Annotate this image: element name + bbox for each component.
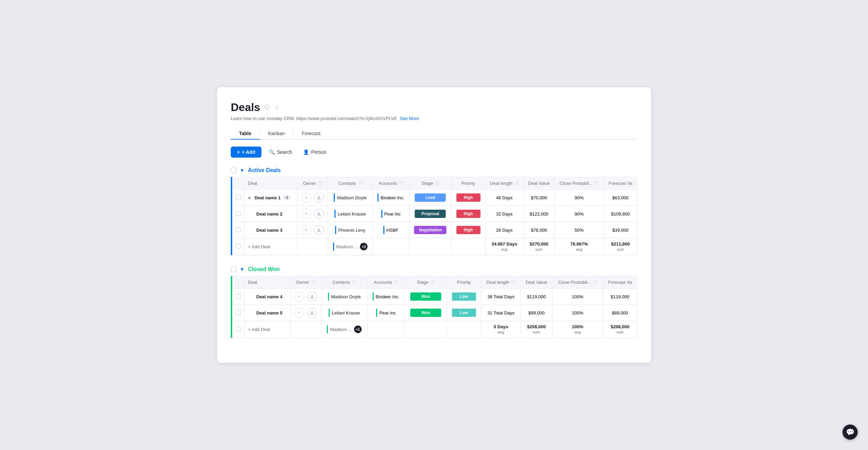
contact-bar <box>334 210 335 218</box>
active-deals-collapse[interactable]: ▼ <box>240 168 245 173</box>
deal-length-info-icon[interactable]: ⓘ <box>515 180 519 186</box>
table-row: Deal name 2 + Leilani Krause <box>232 206 637 222</box>
priority-cell: Low <box>447 289 481 305</box>
deal-name-cell: Deal name 3 <box>245 222 298 238</box>
stage-info-icon-cw[interactable]: ⓘ <box>431 279 435 285</box>
owner-info-icon-cw[interactable]: ⓘ <box>311 279 316 285</box>
tab-forecast[interactable]: Forecast <box>293 128 329 139</box>
extra-badge: +2 <box>360 243 368 250</box>
contacts-info-icon[interactable]: ⓘ <box>358 180 362 186</box>
forecast-val-cell: $39,000 <box>604 222 637 238</box>
close-prob-info-icon[interactable]: ⓘ <box>595 180 599 186</box>
stage-badge[interactable]: Negotiation <box>414 226 446 234</box>
deal-name: Deal name 2 <box>256 211 282 217</box>
see-more-link[interactable]: See More <box>400 116 419 121</box>
th-deal-length-cw: Deal length ⓘ <box>481 276 521 289</box>
stage-badge[interactable]: Won <box>410 309 441 317</box>
th-stage: Stage ⓘ <box>409 177 452 190</box>
deal-name-cell: Deal name 4 <box>245 289 290 305</box>
add-deal-contact-bar <box>327 325 328 333</box>
tab-kanban[interactable]: Kanban <box>260 128 293 139</box>
accounts-info-icon-cw[interactable]: ⓘ <box>394 279 399 285</box>
account-name: Bindeer Inc. <box>376 294 400 299</box>
expand-button[interactable]: ► <box>248 196 252 200</box>
active-deals-table: Deal Owner ⓘ Contacts ⓘ Accounts ⓘ Stage <box>232 177 637 255</box>
row-checkbox[interactable] <box>236 195 241 200</box>
contact-bar <box>334 193 335 202</box>
feedback-button[interactable]: 💬 <box>843 424 858 440</box>
person-button[interactable]: 👤 Person <box>300 147 330 157</box>
active-deals-checkbox[interactable] <box>231 168 236 173</box>
deal-name-cell: ► Deal name 1 4 <box>245 190 298 206</box>
th-accounts: Accounts ⓘ <box>373 177 409 190</box>
star-icon-btn[interactable]: ☆ <box>274 103 280 111</box>
search-label: Search <box>277 149 292 155</box>
forecast-val-cell: $109,800 <box>604 206 637 222</box>
accounts-info-icon[interactable]: ⓘ <box>399 180 403 186</box>
owner-icon <box>307 308 317 318</box>
close-prob-cell: 90% <box>555 206 604 222</box>
account-bar <box>383 226 384 234</box>
priority-badge[interactable]: High <box>456 210 480 218</box>
svg-point-2 <box>318 228 320 230</box>
add-deal-contact-bar <box>333 242 334 251</box>
closed-won-checkbox[interactable] <box>231 267 236 272</box>
priority-badge[interactable]: Low <box>452 309 476 317</box>
svg-point-4 <box>311 311 313 313</box>
stage-cell: Proposal <box>409 206 452 222</box>
deal-length-info-icon-cw[interactable]: ⓘ <box>511 279 515 285</box>
add-deal-row: + Add Deal Madison ... +1 0 Days avg $20… <box>232 321 637 338</box>
priority-badge[interactable]: Low <box>452 292 476 301</box>
search-button[interactable]: 🔍 Search <box>266 147 296 157</box>
stage-cell: Lead <box>409 190 452 206</box>
owner-cell: + <box>297 190 328 206</box>
deal-length-cell: 26 Days <box>485 222 524 238</box>
priority-badge[interactable]: High <box>456 193 480 202</box>
add-deal-forecast-summary: $208,000 sum <box>603 321 637 338</box>
row-checkbox[interactable] <box>236 211 241 216</box>
deal-length-cell: 46 Days <box>485 190 524 206</box>
add-owner-button[interactable]: + <box>301 193 311 202</box>
add-deal-link[interactable]: + Add Deal <box>248 244 270 249</box>
add-deal-contacts-cell: Madison ... +1 <box>321 321 367 338</box>
deal-value-cell: $89,000 <box>521 305 552 321</box>
stage-badge[interactable]: Lead <box>415 193 446 202</box>
stage-badge[interactable]: Proposal <box>415 210 446 218</box>
close-prob-cell: 100% <box>552 289 603 305</box>
contact-bar <box>328 292 329 301</box>
deal-name: Deal name 1 <box>255 195 281 200</box>
owner-icon <box>314 193 324 202</box>
th-priority: Priority <box>452 177 485 190</box>
deal-name: Deal name 5 <box>256 310 282 316</box>
stage-info-icon[interactable]: ⓘ <box>435 180 439 186</box>
owner-info-icon[interactable]: ⓘ <box>318 180 322 186</box>
row-checkbox[interactable] <box>236 310 241 315</box>
close-prob-info-icon-cw[interactable]: ⓘ <box>593 279 597 285</box>
add-owner-button[interactable]: + <box>301 209 311 219</box>
contacts-info-icon-cw[interactable]: ⓘ <box>352 279 356 285</box>
th-close-prob: Close Probabil... ⓘ <box>555 177 604 190</box>
stage-cell: Won <box>405 289 447 305</box>
row-checkbox[interactable] <box>236 227 241 232</box>
contacts-cell: Leilani Krause <box>321 305 367 321</box>
add-owner-button[interactable]: + <box>294 292 304 301</box>
add-button[interactable]: + + Add <box>231 147 261 158</box>
account-name: Pear inc <box>384 211 401 217</box>
add-owner-button[interactable]: + <box>301 225 311 235</box>
priority-badge[interactable]: High <box>456 226 480 234</box>
forecast-val-cell: $89,000 <box>603 305 637 321</box>
row-checkbox[interactable] <box>236 294 241 299</box>
tab-table[interactable]: Table <box>231 128 260 139</box>
add-deal-checkbox[interactable] <box>236 244 241 249</box>
add-deal-link[interactable]: + Add Deal <box>248 327 270 332</box>
add-owner-button[interactable]: + <box>294 308 304 318</box>
info-icon-btn[interactable]: ⓘ <box>264 103 270 112</box>
add-deal-length-summary: 0 Days avg <box>481 321 521 338</box>
closed-won-collapse[interactable]: ▼ <box>240 267 245 272</box>
stage-cell: Negotiation <box>409 222 452 238</box>
table-row: Deal name 5 + Leilani Krause <box>232 305 637 321</box>
closed-won-title: Closed Won <box>248 266 280 272</box>
stage-badge[interactable]: Won <box>410 292 441 301</box>
add-deal-priority-cell <box>447 321 481 338</box>
add-deal-checkbox[interactable] <box>236 327 241 331</box>
